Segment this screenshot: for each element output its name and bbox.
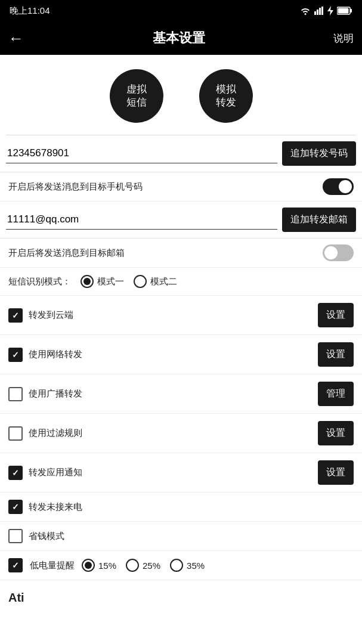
- mode-buttons-container: 虚拟 短信 模拟 转发: [0, 55, 362, 135]
- status-bar: 晚上11:04: [0, 0, 362, 21]
- sms-mode-label: 短信识别模式：: [8, 276, 71, 287]
- battery-icon: [337, 7, 352, 15]
- sms-mode-radio-1[interactable]: [81, 275, 94, 288]
- sms-mode-option-2[interactable]: 模式二: [134, 275, 177, 288]
- sms-mode-label-1: 模式一: [97, 276, 124, 287]
- sms-mode-radio-2[interactable]: [134, 275, 147, 288]
- checkbox-label-savemode: 省钱模式: [29, 531, 64, 542]
- checkbox-row-appnotify: 转发应用通知设置: [0, 453, 362, 493]
- checkbox-row-savemode: 省钱模式: [0, 522, 362, 551]
- content-area: 虚拟 短信 模拟 转发 追加转发号码 开启后将发送消息到目标手机号码 追加转发邮…: [0, 55, 362, 611]
- checkbox-left-network: 使用网络转发: [8, 348, 82, 362]
- help-button[interactable]: 说明: [333, 32, 354, 45]
- checkbox-cloud[interactable]: [8, 308, 23, 323]
- signal-icon: [314, 7, 324, 15]
- battery-label-15: 15%: [98, 561, 116, 571]
- checkbox-row-filter: 使用过滤规则设置: [0, 414, 362, 453]
- battery-option-25[interactable]: 25%: [126, 559, 160, 572]
- battery-checkbox[interactable]: [8, 558, 23, 572]
- wifi-icon: [300, 7, 311, 15]
- add-phone-button[interactable]: 追加转发号码: [282, 141, 356, 166]
- checkbox-rows: 转发到云端设置使用网络转发设置使用广播转发管理使用过滤规则设置转发应用通知设置转…: [0, 296, 362, 551]
- checkbox-label-appnotify: 转发应用通知: [29, 467, 82, 478]
- virtual-sms-button[interactable]: 虚拟 短信: [110, 69, 163, 123]
- battery-label-25: 25%: [143, 561, 160, 571]
- checkbox-label-broadcast: 使用广播转发: [29, 388, 82, 400]
- email-toggle-switch[interactable]: [323, 244, 354, 261]
- svg-rect-1: [317, 10, 318, 15]
- checkbox-row-broadcast: 使用广播转发管理: [0, 374, 362, 414]
- battery-reminder-row: 低电量提醒 15% 25% 35%: [0, 551, 362, 580]
- battery-option-35[interactable]: 35%: [170, 559, 205, 572]
- checkbox-label-cloud: 转发到云端: [29, 309, 73, 321]
- checkbox-label-missedcall: 转发未接来电: [29, 501, 82, 513]
- battery-radio-35[interactable]: [170, 559, 183, 572]
- checkbox-button-broadcast[interactable]: 管理: [318, 382, 354, 406]
- svg-rect-0: [314, 11, 316, 15]
- add-email-button[interactable]: 追加转发邮箱: [282, 208, 356, 232]
- checkbox-missedcall[interactable]: [8, 500, 23, 514]
- svg-marker-4: [327, 6, 333, 16]
- email-toggle-label: 开启后将发送消息到目标邮箱: [8, 247, 125, 259]
- checkbox-row-cloud: 转发到云端设置: [0, 296, 362, 335]
- checkbox-button-filter[interactable]: 设置: [318, 421, 354, 445]
- sms-mode-option-1[interactable]: 模式一: [81, 275, 124, 288]
- checkbox-button-appnotify[interactable]: 设置: [318, 460, 354, 485]
- battery-option-15[interactable]: 15%: [82, 559, 116, 572]
- checkbox-appnotify[interactable]: [8, 466, 23, 480]
- sms-mode-row: 短信识别模式： 模式一 模式二: [0, 268, 362, 296]
- checkbox-filter[interactable]: [8, 426, 23, 441]
- phone-toggle-knob: [339, 180, 352, 193]
- checkbox-label-network: 使用网络转发: [29, 349, 82, 360]
- svg-rect-2: [319, 8, 321, 15]
- svg-rect-3: [321, 7, 323, 15]
- sms-mode-label-2: 模式二: [150, 276, 177, 287]
- charging-icon: [327, 6, 333, 16]
- svg-rect-7: [338, 8, 349, 14]
- phone-toggle-label: 开启后将发送消息到目标手机号码: [8, 181, 143, 193]
- page-title: 基本设置: [153, 29, 205, 47]
- email-input-row: 追加转发邮箱: [0, 202, 362, 239]
- phone-toggle-switch[interactable]: [323, 178, 354, 195]
- checkbox-left-missedcall: 转发未接来电: [8, 500, 82, 514]
- svg-rect-6: [350, 9, 352, 13]
- simulate-forward-button[interactable]: 模拟 转发: [199, 69, 253, 123]
- email-input[interactable]: [6, 210, 277, 230]
- checkbox-network[interactable]: [8, 348, 23, 362]
- battery-checkbox-label: 低电量提醒: [30, 560, 75, 571]
- battery-radio-15[interactable]: [82, 559, 95, 572]
- phone-input[interactable]: [6, 144, 277, 163]
- checkbox-left-savemode: 省钱模式: [8, 529, 64, 543]
- bottom-brand: Ati: [0, 580, 362, 611]
- checkbox-savemode[interactable]: [8, 529, 23, 543]
- checkbox-label-filter: 使用过滤规则: [29, 428, 82, 439]
- checkbox-button-network[interactable]: 设置: [318, 342, 354, 367]
- checkbox-row-network: 使用网络转发设置: [0, 335, 362, 374]
- phone-input-row: 追加转发号码: [0, 135, 362, 172]
- email-toggle-row: 开启后将发送消息到目标邮箱: [0, 239, 362, 268]
- checkbox-button-cloud[interactable]: 设置: [318, 303, 354, 327]
- checkbox-row-missedcall: 转发未接来电: [0, 493, 362, 522]
- email-toggle-knob: [324, 246, 338, 259]
- battery-label-35: 35%: [187, 561, 205, 571]
- battery-radio-25[interactable]: [126, 559, 139, 572]
- nav-bar: ← 基本设置 说明: [0, 21, 362, 55]
- checkbox-left-broadcast: 使用广播转发: [8, 387, 82, 401]
- checkbox-broadcast[interactable]: [8, 387, 23, 401]
- checkbox-left-appnotify: 转发应用通知: [8, 466, 82, 480]
- checkbox-left-filter: 使用过滤规则: [8, 426, 82, 441]
- checkbox-left-cloud: 转发到云端: [8, 308, 73, 323]
- status-time: 晚上11:04: [10, 5, 50, 17]
- back-button[interactable]: ←: [8, 30, 24, 46]
- status-icons: [300, 6, 352, 16]
- phone-toggle-row: 开启后将发送消息到目标手机号码: [0, 172, 362, 202]
- battery-options: 15% 25% 35%: [82, 559, 205, 572]
